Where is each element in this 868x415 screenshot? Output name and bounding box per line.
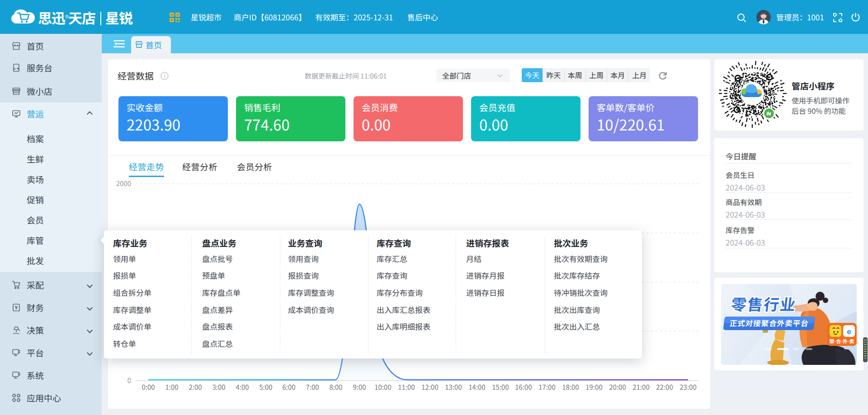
svg-text:11:00: 11:00 [398, 382, 415, 392]
svg-text:0:00: 0:00 [142, 382, 155, 392]
svg-text:2000: 2000 [116, 178, 131, 188]
svg-text:零售行业: 零售行业 [730, 292, 798, 315]
svg-text:14:00: 14:00 [468, 382, 485, 392]
svg-text:正式对接聚合外卖平台: 正式对接聚合外卖平台 [729, 317, 810, 328]
svg-text:18:00: 18:00 [562, 382, 579, 392]
svg-text:6:00: 6:00 [282, 382, 295, 392]
svg-text:7:00: 7:00 [306, 382, 319, 392]
svg-text:3:00: 3:00 [212, 382, 225, 392]
svg-text:0: 0 [127, 375, 131, 385]
svg-text:16:00: 16:00 [515, 382, 532, 392]
svg-text:17:00: 17:00 [538, 382, 555, 392]
svg-text:8:00: 8:00 [329, 382, 342, 392]
svg-text:2:00: 2:00 [189, 382, 202, 392]
svg-text:13:00: 13:00 [445, 382, 462, 392]
svg-text:23:00: 23:00 [679, 382, 696, 392]
svg-text:5:00: 5:00 [259, 382, 272, 392]
svg-text:9:00: 9:00 [353, 382, 366, 392]
svg-text:15:00: 15:00 [492, 382, 509, 392]
svg-text:20:00: 20:00 [609, 382, 626, 392]
svg-text:1:00: 1:00 [165, 382, 178, 392]
svg-text:12:00: 12:00 [421, 382, 438, 392]
svg-text:聚·合·外·卖: 聚·合·外·卖 [830, 337, 854, 345]
svg-text:19:00: 19:00 [585, 382, 602, 392]
svg-text:22:00: 22:00 [656, 382, 673, 392]
svg-text:10:00: 10:00 [374, 382, 391, 392]
svg-text:4:00: 4:00 [236, 382, 249, 392]
svg-text:21:00: 21:00 [632, 382, 649, 392]
svg-text:e: e [847, 327, 851, 336]
